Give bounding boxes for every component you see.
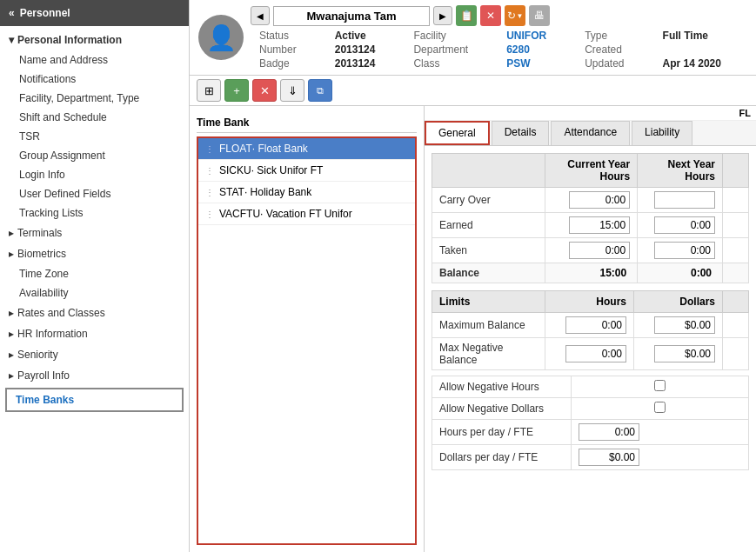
- tab-general[interactable]: General: [425, 121, 490, 145]
- updated-value: Apr 14 2020: [663, 57, 747, 70]
- chevron-right-icon5: ▸: [9, 349, 14, 361]
- hours-per-day-input[interactable]: 0:00: [579, 423, 639, 441]
- sidebar-item-notifications[interactable]: Notifications: [0, 70, 189, 89]
- sidebar-item-time-banks[interactable]: Time Banks: [5, 388, 184, 412]
- limits-col-label: Limits: [432, 291, 545, 313]
- sidebar-section-personal-information[interactable]: ▾ Personal Information: [0, 30, 189, 50]
- sidebar-item-availability[interactable]: Availability: [0, 283, 189, 303]
- employee-name-field[interactable]: Mwanajuma Tam: [273, 6, 430, 26]
- created-value: [663, 43, 747, 56]
- drag-handle-icon: ⋮: [205, 144, 214, 154]
- department-label: Department: [413, 43, 494, 56]
- sidebar-section-terminals[interactable]: ▸ Terminals: [0, 223, 189, 243]
- tab-details[interactable]: Details: [492, 121, 550, 145]
- chevron-right-icon: ▸: [9, 227, 14, 239]
- badge-value: 2013124: [335, 57, 402, 70]
- sidebar-item-name-address[interactable]: Name and Address: [0, 50, 189, 70]
- clipboard-icon[interactable]: 📋: [456, 5, 477, 26]
- taken-current-input[interactable]: 0:00: [569, 242, 630, 259]
- timebank-item-vacftu[interactable]: ⋮ VACFTU· Vacation FT Unifor: [198, 203, 415, 225]
- taken-label: Taken: [432, 238, 545, 263]
- export-button[interactable]: ⇓: [280, 79, 304, 102]
- sidebar-item-shift-schedule[interactable]: Shift and Schedule: [0, 108, 189, 127]
- department-value: 6280: [506, 43, 572, 56]
- max-balance-hours-input[interactable]: 0:00: [565, 316, 626, 334]
- max-negative-label: Max Negative Balance: [432, 338, 545, 370]
- sidebar-app-title: Personnel: [20, 7, 70, 19]
- max-negative-hours-input[interactable]: 0:00: [565, 345, 626, 362]
- sidebar-item-user-defined-fields[interactable]: User Defined Fields: [0, 184, 189, 203]
- carry-over-current-input[interactable]: 0:00: [569, 191, 630, 209]
- max-balance-dollars-input[interactable]: $0.00: [654, 316, 715, 334]
- taken-next-input[interactable]: 0:00: [654, 242, 715, 259]
- status-label: Status: [259, 30, 323, 42]
- right-panel: FL General Details Attendance Liability …: [425, 106, 756, 552]
- sidebar-section-hr-information[interactable]: ▸ HR Information: [0, 323, 189, 344]
- sidebar-title: « Personnel: [0, 0, 189, 26]
- sidebar-item-time-zone[interactable]: Time Zone: [0, 264, 189, 283]
- header-bar: 👤 ◀ Mwanajuma Tam ▶ 📋 ✕ ↻ ▼ 🖶 Status: [190, 0, 756, 76]
- earned-current-input[interactable]: 15:00: [569, 216, 630, 234]
- sidebar-section-rates-classes[interactable]: ▸ Rates and Classes: [0, 303, 189, 323]
- class-label: Class: [413, 57, 494, 70]
- balance-label: Balance: [432, 263, 545, 283]
- sidebar-item-login-info[interactable]: Login Info: [0, 165, 189, 184]
- carry-over-next-input[interactable]: [654, 191, 715, 209]
- carry-over-next: [638, 188, 723, 213]
- tab-attendance[interactable]: Attendance: [551, 121, 630, 145]
- prev-employee-button[interactable]: ◀: [251, 6, 270, 25]
- timebank-item-float[interactable]: ⋮ FLOAT· Float Bank: [198, 138, 415, 160]
- limits-section: Limits Hours Dollars Maximum Balance 0:0…: [432, 290, 749, 370]
- col-header-cu: [723, 154, 749, 188]
- max-negative-dollars-input[interactable]: $0.00: [654, 345, 715, 362]
- balance-next: 0:00: [638, 263, 723, 283]
- allow-negative-dollars-row: Allow Negative Dollars: [432, 398, 749, 420]
- history-icon[interactable]: ↻ ▼: [505, 5, 525, 26]
- tab-liability[interactable]: Liability: [632, 121, 692, 145]
- sidebar-item-tsr[interactable]: TSR: [0, 127, 189, 146]
- print-icon[interactable]: 🖶: [529, 5, 550, 26]
- type-label: Type: [585, 30, 650, 42]
- max-balance-row: Maximum Balance 0:00 $0.00: [432, 313, 749, 338]
- carry-over-row: Carry Over 0:00: [432, 188, 749, 213]
- sidebar: « Personnel ▾ Personal Information Name …: [0, 0, 190, 552]
- taken-row: Taken 0:00 0:00: [432, 238, 749, 263]
- collapse-icon[interactable]: «: [9, 7, 15, 19]
- earned-next: 0:00: [638, 213, 723, 238]
- facility-label: Facility: [413, 30, 494, 42]
- allow-negative-dollars-checkbox[interactable]: [654, 402, 666, 413]
- chevron-right-icon2: ▸: [9, 248, 14, 260]
- delete-button[interactable]: ✕: [252, 79, 277, 102]
- dollars-per-day-input[interactable]: $0.00: [579, 449, 639, 466]
- earned-row: Earned 15:00 0:00: [432, 213, 749, 238]
- sidebar-item-facility-dept-type[interactable]: Facility, Department, Type: [0, 89, 189, 108]
- chevron-right-icon3: ▸: [9, 307, 14, 319]
- close-icon[interactable]: ✕: [480, 5, 501, 26]
- allow-negative-hours-checkbox[interactable]: [654, 380, 666, 391]
- sidebar-item-tracking-lists[interactable]: Tracking Lists: [0, 203, 189, 223]
- sidebar-section-seniority[interactable]: ▸ Seniority: [0, 344, 189, 365]
- avatar: 👤: [198, 15, 244, 60]
- drag-handle-icon4: ⋮: [205, 209, 214, 219]
- earned-current: 15:00: [545, 213, 638, 238]
- earned-next-input[interactable]: 0:00: [654, 216, 715, 234]
- sidebar-item-group-assignment[interactable]: Group Assignment: [0, 146, 189, 165]
- time-bank-list: ⋮ FLOAT· Float Bank ⋮ SICKU· Sick Unifor…: [197, 136, 417, 545]
- tab-content-general: Current Year Hours Next Year Hours Carry…: [425, 146, 756, 477]
- max-negative-row: Max Negative Balance 0:00 $0.00: [432, 338, 749, 370]
- employee-info-grid: Status Active Facility UNIFOR Type Full …: [259, 30, 747, 70]
- person-icon: 👤: [206, 23, 237, 52]
- taken-next: 0:00: [638, 238, 723, 263]
- sidebar-section-biometrics[interactable]: ▸ Biometrics: [0, 243, 189, 264]
- next-employee-button[interactable]: ▶: [433, 6, 452, 25]
- dollars-per-day-row: Dollars per day / FTE $0.00: [432, 445, 749, 470]
- sidebar-section-payroll-info[interactable]: ▸ Payroll Info: [0, 365, 189, 386]
- timebank-item-sicku[interactable]: ⋮ SICKU· Sick Unifor FT: [198, 160, 415, 182]
- grid-view-button[interactable]: ⊞: [197, 79, 221, 102]
- max-negative-dollars: $0.00: [634, 338, 723, 370]
- hours-per-day-cell: 0:00: [572, 420, 749, 445]
- allow-negative-hours-row: Allow Negative Hours: [432, 376, 749, 398]
- timebank-item-stat[interactable]: ⋮ STAT· Holiday Bank: [198, 182, 415, 203]
- copy-button[interactable]: ⧉: [308, 79, 332, 102]
- add-button[interactable]: +: [224, 79, 249, 102]
